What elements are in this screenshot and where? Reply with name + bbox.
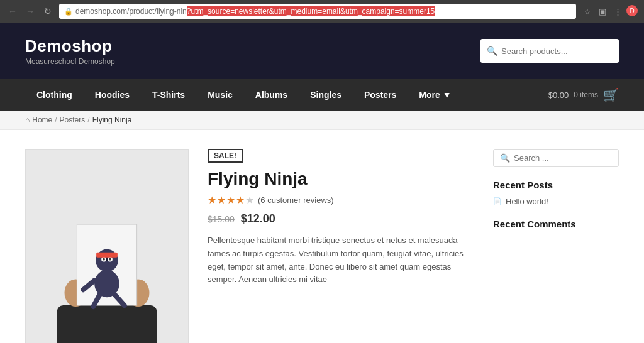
product-description: Pellentesque habitant morbi tristique se… <box>208 234 474 286</box>
star-2: ★ <box>217 194 226 206</box>
breadcrumb-current: Flying Ninja <box>92 116 132 124</box>
home-icon: ⌂ <box>25 116 30 124</box>
header-search-wrap: 🔍 <box>480 39 619 63</box>
doc-icon: 📄 <box>493 197 502 205</box>
logo-title: Demoshop <box>25 36 115 56</box>
nav-item-posters[interactable]: Posters <box>353 80 408 109</box>
product-image <box>25 149 189 343</box>
nav-item-more[interactable]: More ▼ <box>408 80 462 109</box>
star-1: ★ <box>208 194 216 206</box>
product-price: $15.00 $12.00 <box>208 212 474 226</box>
forward-button[interactable]: → <box>24 5 36 18</box>
nav-items: Clothing Hoodies T-shirts Music Albums S… <box>25 80 548 109</box>
product-section: SALE! Flying Ninja ★ ★ ★ ★ ★ (6 customer… <box>25 149 474 343</box>
recent-post-item-1[interactable]: 📄 Hello world! <box>493 197 619 206</box>
recent-comments-title: Recent Comments <box>493 219 619 229</box>
nav-item-hoodies[interactable]: Hoodies <box>84 80 141 109</box>
star-5: ★ <box>245 194 254 206</box>
cart-price: $0.00 <box>548 90 569 100</box>
logo-subtitle: Measureschool Demoshop <box>25 57 115 66</box>
sale-badge: SALE! <box>208 149 243 163</box>
product-rating: ★ ★ ★ ★ ★ (6 customer reviews) <box>208 194 474 206</box>
url-text: demoshop.com/product/flying-nin?utm_sour… <box>75 6 435 16</box>
reviews-link[interactable]: (6 customer reviews) <box>258 195 334 205</box>
cart-count: 0 items <box>574 90 598 99</box>
extensions-button[interactable]: ▣ <box>596 5 609 18</box>
browser-chrome: ← → ↻ 🔒 demoshop.com/product/flying-nin?… <box>0 0 644 23</box>
url-normal: demoshop.com/product/flying-nin <box>75 7 187 16</box>
bookmark-button[interactable]: ☆ <box>581 5 594 18</box>
breadcrumb: ⌂ Home / Posters / Flying Ninja <box>25 116 619 124</box>
product-title: Flying Ninja <box>208 169 474 189</box>
sidebar: 🔍 Recent Posts 📄 Hello world! Recent Com… <box>493 149 619 343</box>
svg-rect-1 <box>57 305 157 343</box>
recent-posts-section: Recent Posts 📄 Hello world! <box>493 180 619 206</box>
nav-item-albums[interactable]: Albums <box>244 80 299 109</box>
chevron-down-icon: ▼ <box>443 90 452 100</box>
breadcrumb-sep-1: / <box>55 116 57 124</box>
breadcrumb-posters-link[interactable]: Posters <box>60 116 86 124</box>
svg-point-10 <box>103 258 105 261</box>
url-highlight: ?utm_source=newsletter&utm_medium=email&… <box>187 6 435 16</box>
nav-item-singles[interactable]: Singles <box>299 80 353 109</box>
site-logo[interactable]: Demoshop Measureschool Demoshop <box>25 36 115 66</box>
product-details: SALE! Flying Ninja ★ ★ ★ ★ ★ (6 customer… <box>208 149 474 343</box>
search-icon: 🔍 <box>487 46 497 56</box>
recent-comments-section: Recent Comments <box>493 219 619 229</box>
star-rating: ★ ★ ★ ★ ★ <box>208 194 254 206</box>
address-bar[interactable]: 🔒 demoshop.com/product/flying-nin?utm_so… <box>59 4 576 19</box>
browser-action-buttons: ☆ ▣ ⋮ D <box>581 5 638 18</box>
cart-icon: 🛒 <box>603 87 619 102</box>
site-nav: Clothing Hoodies T-shirts Music Albums S… <box>0 79 644 111</box>
lock-icon: 🔒 <box>64 8 73 16</box>
search-input[interactable] <box>501 46 613 56</box>
star-4: ★ <box>236 194 245 206</box>
back-button[interactable]: ← <box>6 5 19 18</box>
breadcrumb-home-link[interactable]: Home <box>32 116 52 124</box>
svg-point-11 <box>109 258 111 261</box>
nav-item-music[interactable]: Music <box>196 80 244 109</box>
site-header: Demoshop Measureschool Demoshop 🔍 <box>0 23 644 79</box>
menu-button[interactable]: ⋮ <box>611 5 624 18</box>
svg-rect-15 <box>96 253 118 258</box>
star-3: ★ <box>226 194 235 206</box>
price-sale: $12.00 <box>241 212 275 226</box>
nav-item-tshirts[interactable]: T-shirts <box>141 80 196 109</box>
sidebar-search-icon: 🔍 <box>500 153 510 163</box>
breadcrumb-sep-2: / <box>87 116 89 124</box>
sidebar-search-input[interactable] <box>514 153 619 163</box>
sidebar-search-wrap: 🔍 <box>493 149 619 167</box>
recent-posts-title: Recent Posts <box>493 180 619 190</box>
nav-item-clothing[interactable]: Clothing <box>25 80 84 109</box>
recent-post-label-1: Hello world! <box>506 197 548 206</box>
breadcrumb-bar: ⌂ Home / Posters / Flying Ninja <box>0 111 644 130</box>
profile-button[interactable]: D <box>626 5 638 16</box>
cart-widget[interactable]: $0.00 0 items 🛒 <box>548 87 619 102</box>
refresh-button[interactable]: ↻ <box>42 5 54 18</box>
price-original: $15.00 <box>208 214 235 224</box>
main-content: SALE! Flying Ninja ★ ★ ★ ★ ★ (6 customer… <box>0 130 644 343</box>
